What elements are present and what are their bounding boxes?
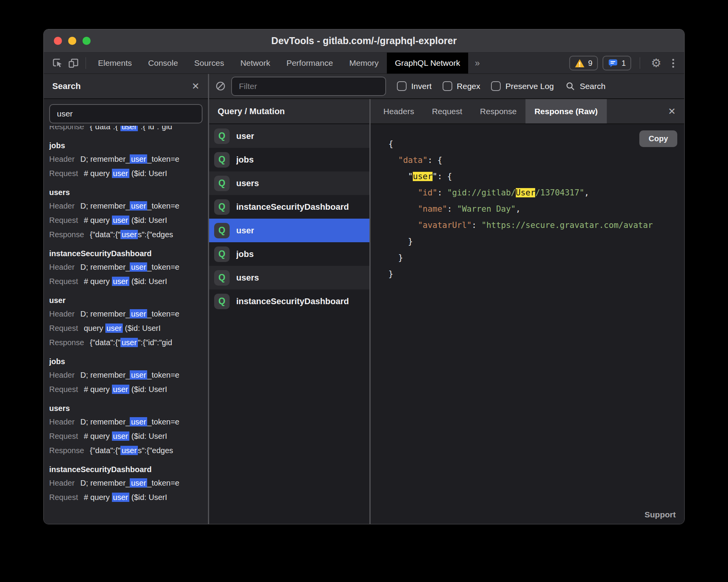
copy-button[interactable]: Copy [639, 130, 677, 147]
match-highlight: user [130, 201, 147, 211]
search-result-line: Request# query user ($id: UserI [49, 213, 208, 228]
block-requests-icon[interactable] [215, 81, 226, 91]
detail-tab-response[interactable]: Response [471, 99, 526, 123]
kebab-menu-icon[interactable] [668, 59, 678, 68]
query-item-label: jobs [236, 249, 254, 259]
search-icon [565, 81, 575, 91]
query-mutation-header: Query / Mutation [209, 99, 369, 124]
search-panel-title: Search [52, 81, 81, 91]
toolbar-right-group: 9 1 ⚙ [569, 56, 684, 70]
json-line: } [388, 250, 684, 266]
query-item-label: instanceSecurityDashboard [236, 202, 349, 212]
filter-input[interactable] [231, 77, 386, 96]
devtools-tab-elements[interactable]: Elements [90, 53, 140, 74]
open-search-button[interactable]: Search [565, 81, 606, 91]
search-result-heading: users [49, 186, 208, 199]
match-highlight: user [130, 478, 147, 488]
devtools-tab-sources[interactable]: Sources [186, 53, 232, 74]
invert-checkbox[interactable] [397, 81, 407, 91]
query-type-badge: Q [214, 246, 230, 262]
query-item-user[interactable]: Quser [209, 124, 369, 148]
query-item-label: user [236, 131, 254, 141]
query-item-jobs[interactable]: Qjobs [209, 242, 369, 266]
search-result-users[interactable]: usersHeaderD; remember_user_token=eReque… [49, 186, 208, 242]
search-result-line: Requestquery user ($id: UserI [49, 321, 208, 336]
warnings-badge[interactable]: 9 [569, 56, 598, 70]
query-type-badge: Q [214, 223, 230, 238]
title-bar[interactable]: DevTools - gitlab.com/-/graphql-explorer [44, 29, 684, 53]
regex-checkbox[interactable] [443, 81, 452, 91]
message-count: 1 [622, 59, 626, 68]
devtools-toolbar: ElementsConsoleSourcesNetworkPerformance… [44, 53, 684, 74]
close-detail-icon[interactable]: ✕ [668, 107, 676, 116]
devtools-tab-memory[interactable]: Memory [341, 53, 387, 74]
search-result-line: Response{"data":{"users":{"edges [49, 228, 208, 242]
inspect-element-icon[interactable] [50, 56, 65, 70]
detail-tab-request[interactable]: Request [423, 99, 471, 123]
warning-count: 9 [588, 59, 592, 68]
chat-bubble-icon [608, 58, 618, 68]
search-result-users[interactable]: usersHeaderD; remember_user_token=eReque… [49, 402, 208, 458]
close-window-button[interactable] [54, 37, 62, 45]
search-result-heading: user [49, 294, 208, 307]
match-highlight: user [112, 493, 129, 502]
query-item-instancesecuritydashboard[interactable]: QinstanceSecurityDashboard [209, 289, 369, 313]
window-title: DevTools - gitlab.com/-/graphql-explorer [271, 35, 457, 46]
close-search-icon[interactable]: ✕ [192, 82, 199, 91]
query-type-badge: Q [214, 199, 230, 215]
messages-badge[interactable]: 1 [603, 56, 631, 70]
preserve-log-label: Preserve Log [505, 82, 554, 91]
query-item-users[interactable]: Qusers [209, 266, 369, 289]
invert-checkbox-group[interactable]: Invert [397, 81, 432, 91]
response-raw-view: Copy {"data": {"user": {"id": "gid://git… [371, 124, 684, 524]
invert-label: Invert [411, 82, 432, 91]
regex-checkbox-group[interactable]: Regex [443, 81, 481, 91]
search-result-jobs[interactable]: jobsHeaderD; remember_user_token=eReques… [49, 139, 208, 181]
search-input[interactable] [49, 104, 203, 123]
support-link[interactable]: Support [645, 510, 676, 519]
query-item-instancesecuritydashboard[interactable]: QinstanceSecurityDashboard [209, 195, 369, 219]
search-panel: Search ✕ Response{"data":{"user":{"id":"… [44, 74, 208, 524]
query-item-jobs[interactable]: Qjobs [209, 148, 369, 171]
minimize-window-button[interactable] [68, 37, 76, 45]
search-result-user[interactable]: userHeaderD; remember_user_token=eReques… [49, 294, 208, 350]
detail-tab-headers[interactable]: Headers [374, 99, 423, 123]
query-item-user[interactable]: Quser [209, 219, 369, 242]
match-highlight: user [120, 338, 138, 347]
settings-gear-icon[interactable]: ⚙ [649, 57, 664, 69]
search-result-line: HeaderD; remember_user_token=e [49, 307, 208, 321]
preserve-log-checkbox[interactable] [491, 81, 501, 91]
preserve-log-checkbox-group[interactable]: Preserve Log [491, 81, 554, 91]
devtools-tab-performance[interactable]: Performance [278, 53, 341, 74]
devtools-tab-graphql-network[interactable]: GraphQL Network [387, 53, 468, 74]
search-result-line: Request# query user ($id: UserI [49, 382, 208, 397]
warning-triangle-icon [575, 59, 585, 68]
detail-tab-response-raw[interactable]: Response (Raw) [525, 99, 606, 123]
device-toolbar-icon[interactable] [66, 56, 81, 70]
match-highlight: user [130, 154, 147, 164]
query-item-users[interactable]: Qusers [209, 171, 369, 195]
search-result-heading: jobs [49, 355, 208, 368]
search-result-instancesecuritydashboard[interactable]: instanceSecurityDashboardHeaderD; rememb… [49, 463, 208, 505]
json-line: "id": "gid://gitlab/User/13704317", [388, 185, 684, 201]
more-tabs-chevron[interactable]: » [468, 58, 486, 68]
devtools-tab-console[interactable]: Console [140, 53, 186, 74]
devtools-tab-network[interactable]: Network [232, 53, 278, 74]
search-result-jobs[interactable]: jobsHeaderD; remember_user_token=eReques… [49, 355, 208, 397]
search-result-line: HeaderD; remember_user_token=e [49, 152, 208, 166]
search-box-wrap [44, 99, 208, 126]
zoom-window-button[interactable] [82, 37, 91, 45]
screen-background: DevTools - gitlab.com/-/graphql-explorer… [0, 0, 728, 582]
query-type-badge: Q [214, 128, 230, 144]
search-result-line: HeaderD; remember_user_token=e [49, 368, 208, 382]
query-mutation-panel: Query / Mutation QuserQjobsQusersQinstan… [209, 99, 369, 524]
detail-tabs-row: HeadersRequestResponseResponse (Raw) ✕ [371, 99, 684, 124]
search-result-heading: users [49, 402, 208, 415]
search-result-instancesecuritydashboard[interactable]: instanceSecurityDashboardHeaderD; rememb… [49, 247, 208, 289]
search-result-line: Response{"data":{"users":{"edges [49, 443, 208, 458]
match-highlight: user [120, 446, 138, 455]
match-highlight: user [130, 309, 147, 318]
match-highlight: user [120, 230, 138, 239]
match-highlight: user [105, 324, 123, 333]
match-highlight: user [112, 431, 129, 441]
